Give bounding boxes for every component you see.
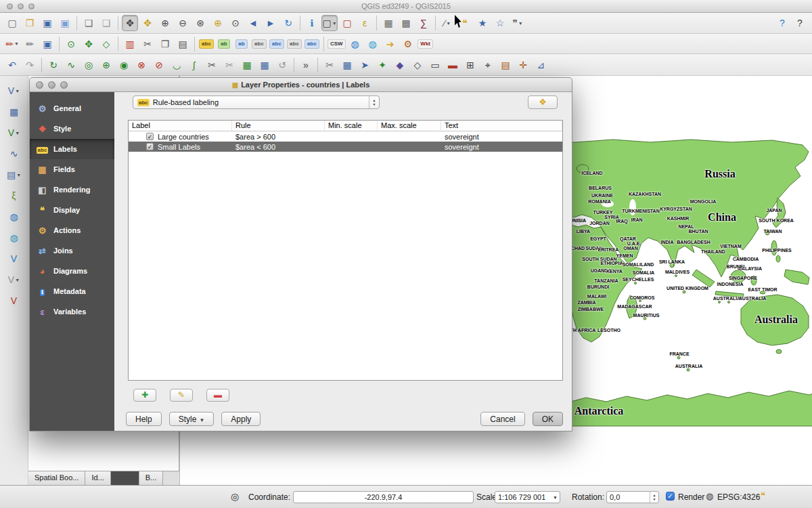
crs-status-icon[interactable]: ◍ <box>706 491 713 501</box>
dropdown-caret-icon[interactable]: ▼ <box>14 41 19 46</box>
open-attribute-table-icon[interactable]: ▦ <box>380 15 397 31</box>
label-rotate-icon[interactable]: abc <box>269 36 285 52</box>
select-features-icon[interactable]: ▢▼ <box>321 15 338 31</box>
add-vector-layer-icon[interactable]: V▼ <box>6 83 22 99</box>
split-parts-icon[interactable]: ✂ <box>221 57 238 73</box>
diamond-outline-tool-icon[interactable]: ◇ <box>409 57 426 73</box>
label-move-icon[interactable]: abc <box>251 36 267 52</box>
cancel-button[interactable]: Cancel <box>480 412 524 426</box>
magnifier-tool-icon[interactable]: ⌖ <box>480 57 496 73</box>
ok-button[interactable]: OK <box>533 412 563 426</box>
rectangle-fill-tool-icon[interactable]: ▬ <box>445 57 461 73</box>
sidebar-item-display[interactable]: ❝Display <box>30 200 114 220</box>
add-feature-icon[interactable]: ⊙ <box>63 36 79 52</box>
dock-tab-b[interactable]: B... <box>139 471 164 485</box>
dropdown-caret-icon[interactable]: ▼ <box>332 21 337 26</box>
raster-tool-icon[interactable]: ▤ <box>497 57 514 73</box>
dropdown-caret-icon[interactable]: ▼ <box>518 21 523 26</box>
field-calculator-icon[interactable]: ▩ <box>398 15 414 31</box>
sidebar-item-joins[interactable]: ⇄Joins <box>30 240 114 261</box>
paste-features-icon[interactable]: ▤ <box>175 36 191 52</box>
sidebar-item-diagrams[interactable]: ◕Diagrams <box>30 261 114 281</box>
rotate-point-symbols-icon[interactable]: ↺ <box>274 57 290 73</box>
clip-tool-icon[interactable]: ✂ <box>321 57 338 73</box>
remove-layer-icon[interactable]: V <box>6 293 22 309</box>
new-print-composer-icon[interactable]: ❏ <box>81 15 97 31</box>
render-checkbox[interactable] <box>666 492 675 501</box>
zoom-to-selection-icon[interactable]: ⊕ <box>210 15 226 31</box>
rectangle-tool-icon[interactable]: ▭ <box>427 57 443 73</box>
edit-rule-button[interactable]: ✎ <box>170 389 193 402</box>
coordinate-input[interactable]: -220.9,97.4 <box>293 491 474 503</box>
wkt-tool-icon[interactable]: Wkt <box>418 36 434 52</box>
copy-features-icon[interactable]: ❐ <box>157 36 173 52</box>
labeling-rules-table[interactable]: LabelRuleMin. scaleMax. scaleText ✓Large… <box>128 120 563 381</box>
save-project-as-icon[interactable]: ▣ <box>57 15 73 31</box>
rule-checkbox[interactable]: ✓ <box>146 143 154 150</box>
sidebar-item-labels[interactable]: abcLabels <box>30 139 114 159</box>
cut-features-icon[interactable]: ✂ <box>139 36 156 52</box>
dropdown-caret-icon[interactable]: ▼ <box>15 131 20 135</box>
add-wcs-layer-icon[interactable]: ◍ <box>6 230 22 246</box>
deselect-features-icon[interactable]: ▢ <box>339 15 355 31</box>
zoom-full-icon[interactable]: ⊛ <box>192 15 208 31</box>
label-highlight-icon[interactable]: ab <box>233 36 250 52</box>
dock-tab-active[interactable] <box>111 471 139 485</box>
remove-rule-button[interactable]: ▬ <box>206 389 229 402</box>
open-project-icon[interactable]: ❐ <box>22 15 38 31</box>
new-bookmark-icon[interactable]: ★ <box>474 15 491 31</box>
zoom-native-icon[interactable]: ⊞ <box>462 57 478 73</box>
dialog-titlebar[interactable]: ▦Layer Properties - countries | Labels <box>30 78 572 92</box>
grid-tool-icon[interactable]: ▦ <box>339 57 355 73</box>
save-layer-edits-icon[interactable]: ▣ <box>39 36 55 52</box>
settings-gear-icon[interactable]: ⚙ <box>400 36 416 52</box>
dock-tab-id[interactable]: Id... <box>85 471 110 485</box>
add-rule-button[interactable]: ✚ <box>133 389 156 402</box>
toolbar-overflow-icon[interactable]: » <box>298 57 314 73</box>
add-delimited-text-layer-icon[interactable]: ∿ <box>6 146 22 162</box>
csw-search-icon[interactable]: CSW <box>328 36 346 52</box>
add-raster-layer-icon[interactable]: ▦ <box>6 104 22 120</box>
log-messages-icon[interactable]: ❝ <box>761 490 765 501</box>
delete-selected-icon[interactable]: ▥ <box>122 36 138 52</box>
rule-row[interactable]: ✓Small Labels$area < 600sovereignt <box>129 142 562 152</box>
identify-features-icon[interactable]: ℹ <box>304 15 320 31</box>
label-toggle-icon[interactable]: abc <box>304 36 320 52</box>
combo-arrows-icon[interactable]: ▲▼ <box>369 96 379 108</box>
add-spatialite-layer-icon[interactable]: ξ <box>6 188 22 204</box>
scale-select[interactable]: 1:106 729 001▼ <box>495 491 560 503</box>
pan-map-icon[interactable]: ✥ <box>122 15 138 31</box>
spinner-arrows-icon[interactable]: ▲▼ <box>650 492 658 503</box>
diamond-tool-icon[interactable]: ◆ <box>392 57 408 73</box>
offset-curve-icon[interactable]: ◡ <box>168 57 185 73</box>
select-by-expression-icon[interactable]: ε <box>357 15 373 31</box>
metasearch-icon[interactable]: ◍ <box>347 36 363 52</box>
dropdown-caret-icon[interactable]: ▼ <box>15 89 20 93</box>
move-feature-icon[interactable]: ✥ <box>81 36 97 52</box>
save-project-icon[interactable]: ▣ <box>39 15 55 31</box>
measure-icon[interactable]: ∕▼ <box>439 15 455 31</box>
current-edits-icon[interactable]: ✏▼ <box>4 36 20 52</box>
help-contents-icon[interactable]: ? <box>774 15 790 31</box>
extent-tracking-icon[interactable]: ◎ <box>231 491 239 502</box>
delete-part-icon[interactable]: ⊘ <box>151 57 167 73</box>
zoom-to-layer-icon[interactable]: ⊙ <box>227 15 244 31</box>
merge-attributes-icon[interactable]: ▦ <box>256 57 273 73</box>
send-to-back-icon[interactable]: ➤ <box>357 57 373 73</box>
simplify-feature-icon[interactable]: ∿ <box>63 57 79 73</box>
sidebar-item-fields[interactable]: ▦Fields <box>30 159 114 179</box>
dock-tab-spatial-boo[interactable]: Spatial Boo... <box>28 471 85 485</box>
add-part-icon[interactable]: ⊕ <box>98 57 114 73</box>
sidebar-item-rendering[interactable]: ◧Rendering <box>30 179 114 200</box>
pan-to-selection-icon[interactable]: ✥ <box>139 15 156 31</box>
georeferencer-icon[interactable]: ✛ <box>515 57 531 73</box>
show-bookmarks-icon[interactable]: ☆ <box>492 15 508 31</box>
sidebar-item-actions[interactable]: ⚙Actions <box>30 220 114 240</box>
quick-export-icon[interactable]: ➔ <box>382 36 399 52</box>
fill-ring-icon[interactable]: ◉ <box>116 57 132 73</box>
style-menu-button[interactable]: Style▼ <box>169 412 215 426</box>
text-annotation-icon[interactable]: ❞▼ <box>510 15 526 31</box>
redo-icon[interactable]: ↷ <box>22 57 38 73</box>
label-pin-unpin-icon[interactable]: ab <box>216 36 232 52</box>
zoom-out-icon[interactable]: ⊖ <box>175 15 191 31</box>
